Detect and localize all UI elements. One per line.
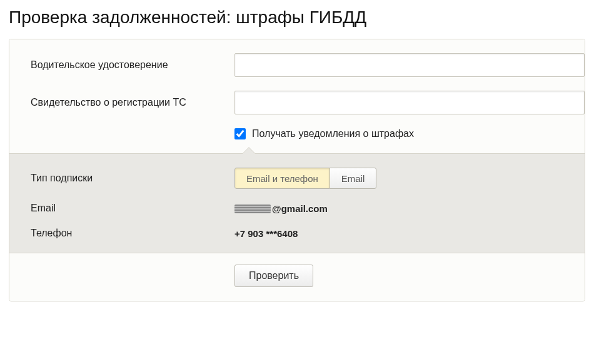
inputs-section: Водительское удостоверение Свидетельство…: [9, 39, 585, 153]
subscription-section: Тип подписки Email и телефон Email Email…: [9, 153, 585, 253]
subscription-type-label: Тип подписки: [31, 173, 234, 184]
vehicle-cert-input[interactable]: [234, 91, 585, 114]
email-row: Email @gmail.com: [31, 203, 566, 214]
page-title: Проверка задолженностей: штрафы ГИБДД: [9, 8, 585, 28]
email-masked-part: [234, 205, 271, 213]
subscription-type-segmented: Email и телефон Email: [234, 168, 376, 189]
phone-label: Телефон: [31, 228, 234, 239]
submit-section: Проверить: [9, 253, 585, 301]
driver-license-row: Водительское удостоверение: [31, 53, 566, 77]
driver-license-label: Водительское удостоверение: [31, 59, 234, 71]
email-value: @gmail.com: [234, 203, 328, 214]
phone-row: Телефон +7 903 ***6408: [31, 228, 566, 239]
notifications-row: Получать уведомления о штрафах: [234, 128, 566, 139]
submit-button[interactable]: Проверить: [234, 265, 313, 287]
email-label: Email: [31, 203, 234, 214]
subscription-option-both[interactable]: Email и телефон: [234, 168, 330, 189]
vehicle-cert-row: Свидетельство о регистрации ТС: [31, 91, 566, 114]
fines-form-panel: Водительское удостоверение Свидетельство…: [9, 39, 585, 301]
notifications-label: Получать уведомления о штрафах: [252, 128, 414, 139]
phone-value: +7 903 ***6408: [234, 228, 298, 239]
notifications-checkbox[interactable]: [234, 128, 246, 139]
vehicle-cert-label: Свидетельство о регистрации ТС: [31, 97, 234, 108]
subscription-type-row: Тип подписки Email и телефон Email: [31, 168, 566, 189]
subscription-option-email[interactable]: Email: [330, 168, 377, 189]
driver-license-input[interactable]: [234, 53, 585, 77]
